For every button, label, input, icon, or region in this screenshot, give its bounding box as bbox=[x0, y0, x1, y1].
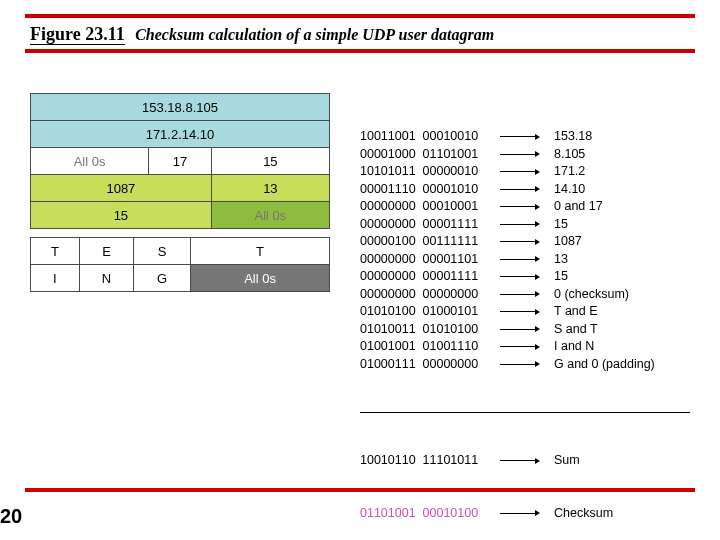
calc-row: 10011001 00010010153.18 bbox=[360, 128, 690, 146]
calc-meaning: 14.10 bbox=[540, 181, 585, 199]
calc-binary: 00000000 00000000 bbox=[360, 286, 500, 304]
checksum-cell: All 0s bbox=[211, 202, 329, 229]
calc-meaning: 1087 bbox=[540, 233, 582, 251]
arrow-icon bbox=[500, 361, 540, 367]
calc-row: 01000111 00000000G and 0 (padding) bbox=[360, 356, 690, 374]
calc-row: 01010011 01010100S and T bbox=[360, 321, 690, 339]
arrow-icon bbox=[500, 458, 540, 464]
length-cell: 15 bbox=[31, 202, 212, 229]
calc-meaning: T and E bbox=[540, 303, 598, 321]
figure-title-row: Figure 23.11 Checksum calculation of a s… bbox=[0, 18, 720, 49]
protocol-cell: 17 bbox=[149, 148, 212, 175]
calc-row: 00000000 0000111115 bbox=[360, 216, 690, 234]
packet-diagram: 153.18.8.105 171.2.14.10 All 0s 17 15 10… bbox=[30, 93, 330, 540]
calc-row: 01001001 01001110I and N bbox=[360, 338, 690, 356]
calc-meaning: 15 bbox=[540, 268, 568, 286]
calc-meaning: 15 bbox=[540, 216, 568, 234]
arrow-icon bbox=[500, 326, 540, 332]
calc-meaning: S and T bbox=[540, 321, 598, 339]
payload-cell: E bbox=[79, 238, 133, 265]
calc-meaning: 171.2 bbox=[540, 163, 585, 181]
arrow-icon bbox=[500, 510, 540, 516]
calc-row: 00001000 011010018.105 bbox=[360, 146, 690, 164]
arrow-icon bbox=[500, 169, 540, 175]
pseudo-header-table: 153.18.8.105 171.2.14.10 All 0s 17 15 10… bbox=[30, 93, 330, 229]
calc-row: 00000000 000000000 (checksum) bbox=[360, 286, 690, 304]
arrow-icon bbox=[500, 256, 540, 262]
payload-cell: S bbox=[134, 238, 191, 265]
calc-row: 00000000 0000111115 bbox=[360, 268, 690, 286]
sum-binary: 10010110 11101011 bbox=[360, 452, 500, 470]
calc-row: 01010100 01000101T and E bbox=[360, 303, 690, 321]
calc-row: 00001110 0000101014.10 bbox=[360, 181, 690, 199]
content-area: 153.18.8.105 171.2.14.10 All 0s 17 15 10… bbox=[0, 53, 720, 540]
figure-label: Figure 23.11 bbox=[30, 24, 125, 45]
calc-meaning: 0 (checksum) bbox=[540, 286, 629, 304]
calc-binary: 00000100 00111111 bbox=[360, 233, 500, 251]
calc-row: 00000100 001111111087 bbox=[360, 233, 690, 251]
arrow-icon bbox=[500, 204, 540, 210]
dst-ip-cell: 171.2.14.10 bbox=[31, 121, 330, 148]
zeros-cell: All 0s bbox=[31, 148, 149, 175]
calc-meaning: G and 0 (padding) bbox=[540, 356, 655, 374]
arrow-icon bbox=[500, 151, 540, 157]
payload-cell: N bbox=[79, 265, 133, 292]
calc-binary: 01000111 00000000 bbox=[360, 356, 500, 374]
arrow-icon bbox=[500, 291, 540, 297]
dst-port-cell: 13 bbox=[211, 175, 329, 202]
udp-length-cell: 15 bbox=[211, 148, 329, 175]
calc-meaning: 153.18 bbox=[540, 128, 592, 146]
calc-binary: 01001001 01001110 bbox=[360, 338, 500, 356]
sum-row: 10010110 11101011 Sum bbox=[360, 452, 690, 470]
arrow-icon bbox=[500, 309, 540, 315]
payload-cell: I bbox=[31, 265, 80, 292]
figure-caption: Checksum calculation of a simple UDP use… bbox=[135, 26, 494, 43]
payload-cell: T bbox=[191, 238, 330, 265]
calc-meaning: I and N bbox=[540, 338, 594, 356]
calc-binary: 00000000 00001111 bbox=[360, 216, 500, 234]
bottom-rule bbox=[25, 488, 695, 492]
payload-cell: T bbox=[31, 238, 80, 265]
calc-binary: 01010100 01000101 bbox=[360, 303, 500, 321]
arrow-icon bbox=[500, 134, 540, 140]
sum-label: Sum bbox=[540, 452, 580, 470]
calc-binary: 00001000 01101001 bbox=[360, 146, 500, 164]
arrow-icon bbox=[500, 344, 540, 350]
calc-binary: 00000000 00001111 bbox=[360, 268, 500, 286]
arrow-icon bbox=[500, 239, 540, 245]
calc-row: 00000000 000100010 and 17 bbox=[360, 198, 690, 216]
calc-binary: 00000000 00001101 bbox=[360, 251, 500, 269]
checksum-binary: 01101001 00010100 bbox=[360, 505, 500, 523]
calc-meaning: 8.105 bbox=[540, 146, 585, 164]
checksum-label: Checksum bbox=[540, 505, 613, 523]
calc-meaning: 13 bbox=[540, 251, 568, 269]
checksum-row: 01101001 00010100 Checksum bbox=[360, 505, 690, 523]
calc-rows: 10011001 00010010153.1800001000 01101001… bbox=[360, 128, 690, 373]
arrow-icon bbox=[500, 274, 540, 280]
calc-binary: 00001110 00001010 bbox=[360, 181, 500, 199]
calculation-column: 10011001 00010010153.1800001000 01101001… bbox=[360, 93, 690, 540]
slide-number: 20 bbox=[0, 505, 22, 528]
calc-meaning: 0 and 17 bbox=[540, 198, 603, 216]
src-ip-cell: 153.18.8.105 bbox=[31, 94, 330, 121]
arrow-icon bbox=[500, 221, 540, 227]
calc-binary: 01010011 01010100 bbox=[360, 321, 500, 339]
calc-binary: 10101011 00000010 bbox=[360, 163, 500, 181]
calc-row: 10101011 00000010171.2 bbox=[360, 163, 690, 181]
src-port-cell: 1087 bbox=[31, 175, 212, 202]
payload-table: T E S T I N G All 0s bbox=[30, 237, 330, 292]
payload-cell: G bbox=[134, 265, 191, 292]
sum-divider bbox=[360, 412, 690, 413]
arrow-icon bbox=[500, 186, 540, 192]
calc-binary: 10011001 00010010 bbox=[360, 128, 500, 146]
padding-cell: All 0s bbox=[191, 265, 330, 292]
calc-row: 00000000 0000110113 bbox=[360, 251, 690, 269]
calc-binary: 00000000 00010001 bbox=[360, 198, 500, 216]
